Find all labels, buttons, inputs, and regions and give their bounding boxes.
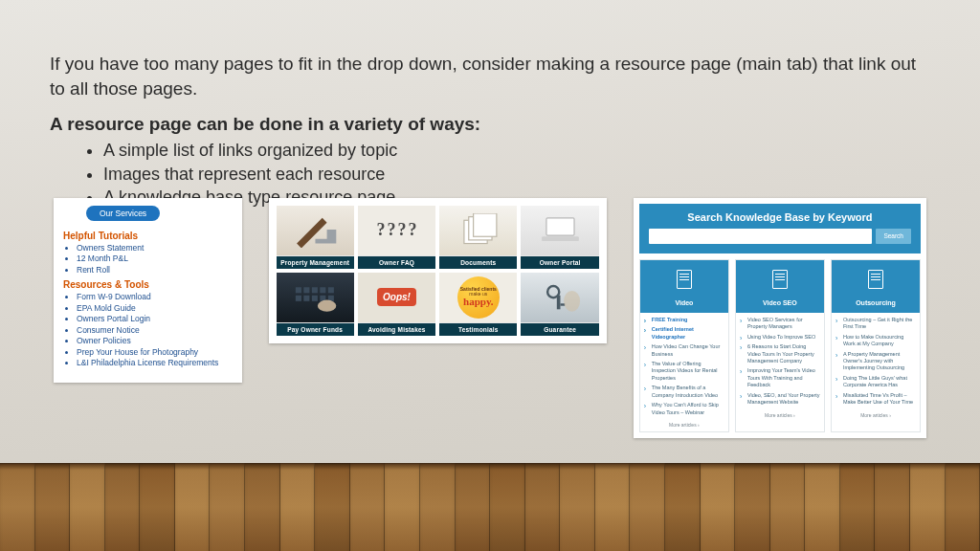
kb-article: A Property Management Owner's Journey wi… [835, 351, 916, 372]
tile-label: Owner FAQ [358, 256, 435, 269]
kb-more: More articles › [832, 412, 920, 418]
kb-column: Video FREE Training Certified Internet V… [639, 259, 729, 432]
example-link-list: Our Services Helpful Tutorials Owners St… [54, 198, 242, 383]
svg-marker-0 [297, 218, 327, 249]
kb-article: The Value of Offering Inspection Videos … [644, 361, 724, 382]
services-pill: Our Services [86, 206, 160, 221]
tile: Satisfied clients make us happy. Testimo… [439, 273, 517, 336]
link-item: 12 Month P&L [77, 253, 233, 264]
document-icon [868, 270, 883, 289]
kb-article-list: FREE Training Certified Internet Videogr… [644, 317, 724, 416]
tile: Pay Owner Funds [277, 273, 354, 336]
kb-article: Using Video To Improve SEO [740, 334, 820, 341]
kb-columns: Video FREE Training Certified Internet V… [639, 259, 921, 432]
tile-image-documents-icon [439, 206, 517, 255]
tile-label: Testimonials [439, 323, 517, 336]
group-list: Owners Statement 12 Month P&L Rent Roll [77, 243, 233, 276]
group-title: Helpful Tutorials [63, 231, 233, 241]
tile-label: Property Management [277, 256, 354, 269]
examples-row: Our Services Helpful Tutorials Owners St… [54, 198, 926, 438]
tile-image-writing-icon [277, 206, 354, 255]
kb-search-input [649, 229, 873, 244]
svg-rect-11 [328, 287, 334, 293]
link-item: Form W-9 Download [77, 292, 233, 302]
svg-rect-9 [312, 287, 318, 293]
link-item: Prep Your House for Photography [77, 347, 233, 358]
kb-col-title: Outsourcing [856, 299, 896, 306]
way-item: Images that represent each resource [103, 163, 930, 186]
badge-text: happy. [463, 297, 494, 307]
slide: If you have too many pages to fit in the… [0, 0, 980, 551]
link-item: Owners Portal Login [77, 314, 233, 324]
svg-marker-1 [315, 230, 336, 244]
kb-article: FREE Training [644, 317, 724, 323]
svg-point-21 [564, 291, 580, 312]
document-icon [772, 270, 788, 289]
tile-image-happy-badge-icon: Satisfied clients make us happy. [439, 273, 517, 322]
tile-label: Avoiding Mistakes [358, 323, 435, 336]
tile: Oops! Avoiding Mistakes [358, 273, 435, 336]
svg-rect-13 [303, 296, 309, 301]
kb-article: Video SEO Services for Property Managers [740, 317, 820, 331]
group-list: Form W-9 Download EPA Mold Guide Owners … [77, 292, 233, 368]
tile: ???? Owner FAQ [358, 206, 435, 269]
intro-text: If you have too many pages to fit in the… [50, 52, 930, 100]
kb-column: Outsourcing Outsourcing – Get it Right t… [831, 259, 921, 432]
kb-column: Video SEO Video SEO Services for Propert… [735, 259, 825, 432]
tile-label: Guarantee [521, 323, 598, 336]
kb-col-header: Video SEO [736, 260, 824, 313]
svg-rect-14 [312, 296, 318, 301]
kb-article: How to Make Outsourcing Work at My Compa… [835, 334, 916, 348]
tile-grid: Property Management ???? Owner FAQ Docum… [277, 206, 599, 336]
svg-rect-19 [557, 296, 561, 310]
kb-article: Outsourcing – Get it Right the First Tim… [835, 317, 916, 331]
group-title: Resources & Tools [63, 279, 233, 290]
tile-label: Documents [439, 256, 517, 269]
kb-article: Video, SEO, and Your Property Management… [740, 392, 820, 407]
kb-col-header: Outsourcing [832, 260, 920, 313]
kb-article-list: Video SEO Services for Property Managers… [740, 317, 820, 407]
svg-rect-8 [303, 287, 309, 293]
document-icon [677, 270, 692, 289]
example-knowledge-base: Search Knowledge Base by Keyword Search … [634, 198, 926, 438]
tile-image-keys-icon [521, 273, 598, 322]
tile: Documents [439, 206, 517, 269]
tile-image-question-icon: ???? [358, 206, 435, 255]
kb-more: More articles › [736, 412, 824, 418]
kb-article: 6 Reasons to Start Doing Video Tours In … [740, 343, 820, 364]
kb-article: Improving Your Team's Video Tours With T… [740, 367, 820, 388]
kb-search: Search [649, 229, 911, 244]
tile: Property Management [277, 206, 354, 269]
text-block: If you have too many pages to fit in the… [50, 52, 930, 209]
link-item: Owner Policies [77, 336, 233, 346]
kb-article: Misallotted Time Vs Profit – Make Better… [835, 392, 916, 407]
way-item: A simple list of links organized by topi… [103, 139, 930, 162]
kb-article: Why You Can't Afford to Skip Video Tours… [644, 402, 724, 416]
oops-badge: Oops! [377, 288, 416, 306]
svg-rect-10 [320, 287, 325, 293]
kb-article: The Many Benefits of a Company Introduct… [644, 385, 724, 399]
tile-image-laptop-icon [521, 206, 598, 255]
svg-rect-7 [296, 287, 301, 293]
wood-floor [0, 463, 980, 551]
kb-article: Certified Internet Videographer [644, 326, 724, 341]
svg-point-17 [318, 299, 336, 311]
kb-more: More articles › [640, 422, 728, 428]
tile: Owner Portal [521, 206, 598, 269]
svg-rect-4 [474, 213, 497, 236]
svg-rect-5 [546, 218, 574, 235]
kb-col-header: Video [640, 260, 728, 313]
kb-article: How Video Can Change Your Business [644, 343, 724, 358]
svg-rect-12 [296, 296, 301, 301]
kb-article-list: Outsourcing – Get it Right the First Tim… [835, 317, 916, 407]
kb-hero: Search Knowledge Base by Keyword Search [639, 204, 921, 253]
tile-label: Owner Portal [521, 256, 598, 269]
tile: Guarantee [521, 273, 598, 336]
kb-title: Search Knowledge Base by Keyword [649, 211, 911, 223]
link-item: Owners Statement [77, 243, 233, 253]
example-image-tiles: Property Management ???? Owner FAQ Docum… [269, 198, 607, 343]
tile-label: Pay Owner Funds [277, 323, 354, 336]
tile-image-oops-icon: Oops! [358, 273, 435, 322]
link-item: Consumer Notice [77, 325, 233, 336]
kb-search-button: Search [876, 229, 911, 244]
